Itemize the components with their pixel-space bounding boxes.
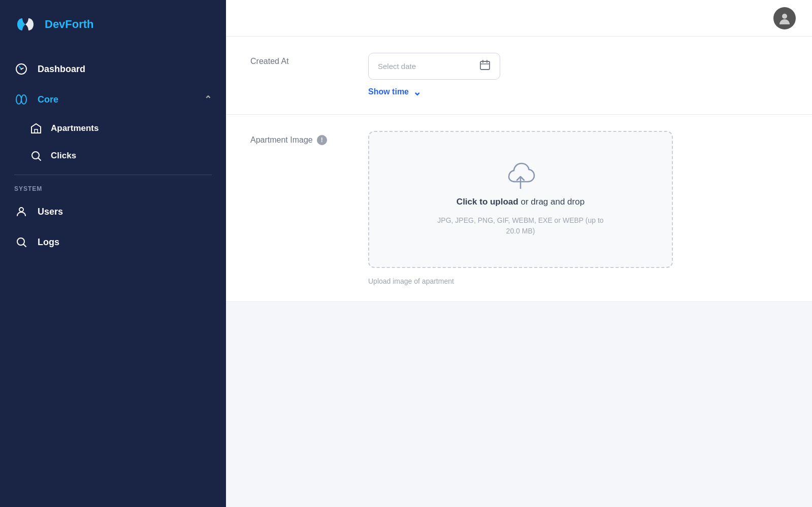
calendar-icon [479,59,491,73]
upload-or-label: or drag and drop [518,197,584,207]
sidebar-item-apartments-label: Apartments [51,123,99,133]
sidebar-item-logs[interactable]: Logs [0,227,226,257]
svg-point-3 [16,95,21,104]
chevron-down-icon: ⌄ [413,86,421,98]
created-at-label: Created At [250,53,352,66]
logo-text-rest: Forth [65,18,93,30]
topbar [226,0,812,37]
apartment-image-label: Apartment Image ! [250,131,352,145]
info-icon[interactable]: ! [317,135,327,145]
svg-rect-5 [35,129,38,133]
upload-hint: JPG, JPEG, PNG, GIF, WEBM, EXE or WEBP (… [434,215,607,236]
show-time-label: Show time [368,87,409,96]
svg-point-2 [21,69,22,70]
sidebar-item-clicks[interactable]: Clicks [0,142,226,170]
upload-click-label: Click to upload [457,197,518,207]
sidebar-item-dashboard-label: Dashboard [38,64,212,75]
sidebar-item-users-label: Users [38,207,212,217]
apartments-icon [29,122,43,135]
sidebar-item-apartments[interactable]: Apartments [0,115,226,142]
sidebar-item-dashboard[interactable]: Dashboard [0,54,226,84]
date-picker[interactable]: Select date [368,53,500,80]
created-at-row: Created At Select date Show time [226,37,812,115]
users-icon [14,205,28,219]
apartment-image-field: Click to upload or drag and drop JPG, JP… [368,131,788,285]
sidebar-item-logs-label: Logs [38,237,212,248]
svg-point-11 [782,14,787,19]
date-placeholder: Select date [378,62,473,71]
logo-text: DevForth [45,18,94,31]
sidebar: DevForth Dashboard [0,0,226,507]
sidebar-navigation: Dashboard Core ⌃ Apartments [0,49,226,507]
sidebar-divider [14,175,212,175]
svg-point-8 [19,208,23,212]
svg-line-10 [24,245,26,247]
apartment-image-row: Apartment Image ! Click to upload or dra… [226,115,812,302]
clicks-icon [29,149,43,162]
svg-line-7 [39,158,41,161]
core-icon [14,92,28,107]
sidebar-item-core-label: Core [38,94,195,105]
upload-cloud-icon [505,162,536,189]
content-area: Created At Select date Show time [226,37,812,507]
main-area: Created At Select date Show time [226,0,812,507]
logo-text-colored: Dev [45,18,65,30]
created-at-field: Select date Show time ⌄ [368,53,788,98]
logs-icon [14,235,28,249]
system-section-label: SYSTEM [0,180,226,196]
sidebar-item-core[interactable]: Core ⌃ [0,84,226,115]
show-time-button[interactable]: Show time ⌄ [368,86,788,98]
logo-area: DevForth [0,0,226,49]
upload-label: Click to upload or drag and drop [457,197,584,207]
upload-dropzone[interactable]: Click to upload or drag and drop JPG, JP… [368,131,673,268]
svg-point-4 [21,95,26,104]
user-avatar[interactable] [773,7,796,29]
apartment-image-label-text: Apartment Image [250,136,313,145]
sidebar-item-clicks-label: Clicks [51,151,76,161]
svg-rect-12 [480,61,490,70]
logo-icon [12,11,39,38]
dashboard-icon [14,62,28,76]
sidebar-item-users[interactable]: Users [0,196,226,227]
upload-caption: Upload image of apartment [368,277,788,285]
core-expand-icon: ⌃ [204,94,212,105]
